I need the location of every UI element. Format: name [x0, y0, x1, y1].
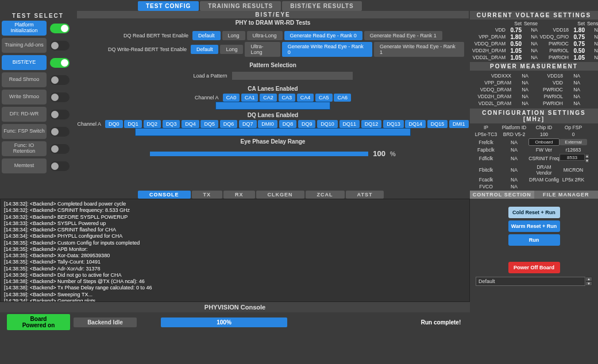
dq-lane-DQ3[interactable]: DQ3 — [163, 120, 180, 128]
volt-sense: NA — [585, 27, 598, 33]
dq-lane-DQ15[interactable]: DQ15 — [427, 120, 448, 128]
external-btn[interactable]: External — [560, 139, 587, 145]
csrinit-down[interactable]: ▼ — [585, 158, 589, 163]
dq-lane-DQ4[interactable]: DQ4 — [182, 120, 199, 128]
dq-lane-DQ6[interactable]: DQ6 — [220, 120, 238, 128]
test-2-toggle[interactable] — [50, 58, 70, 68]
ca-lane-CA3[interactable]: CA3 — [279, 94, 296, 102]
console-log[interactable]: [14:38:32]: <Backend> Completed board po… — [0, 199, 470, 302]
console-title: PHYVISION Console — [0, 302, 470, 312]
dq-lane-DQ13[interactable]: DQ13 — [383, 120, 404, 128]
dq-lane-DQ9[interactable]: DQ9 — [298, 120, 316, 128]
onboard-btn[interactable]: Onboard — [528, 138, 560, 146]
console-tab-ATST[interactable]: ATST — [346, 191, 384, 199]
bert-read-long[interactable]: Long — [222, 31, 245, 40]
test-1-toggle[interactable] — [50, 41, 70, 51]
pattern-selection-header: Pattern Selection — [77, 61, 469, 69]
ca-lane-CA5[interactable]: CA5 — [315, 94, 333, 102]
eye-phase-slider[interactable] — [150, 152, 368, 156]
test-0-toggle[interactable] — [50, 24, 70, 33]
volt-sense: NA — [522, 41, 538, 47]
ca-lane-CA4[interactable]: CA4 — [297, 94, 314, 102]
default-up[interactable]: ▲ — [585, 277, 592, 281]
ca-lane-bar[interactable] — [215, 102, 330, 110]
test-2[interactable]: BIST/EYE — [2, 55, 47, 70]
bert-write-default[interactable]: Default — [191, 45, 219, 54]
cfg-fapbclk: Fapbclk — [472, 147, 500, 153]
test-3-toggle[interactable] — [50, 75, 70, 85]
power-off-btn[interactable]: Power Off Board — [508, 262, 560, 273]
dq-lane-DMI1[interactable]: DMI1 — [449, 120, 469, 128]
console-tab-CLKGEN[interactable]: CLKGEN — [256, 191, 304, 199]
file-manager-tab[interactable]: FILE MANAGER — [534, 191, 599, 199]
test-6[interactable]: Func: FSP Switch — [2, 124, 47, 139]
test-6-toggle[interactable] — [50, 127, 70, 137]
console-tab-ZCAL[interactable]: ZCAL — [306, 191, 345, 199]
dq-lane-DMI0[interactable]: DMI0 — [258, 120, 277, 128]
gen-read-eye-rank1[interactable]: Generate Read Eye - Rank 1 — [364, 31, 442, 40]
ca-lane-CA6[interactable]: CA6 — [334, 94, 351, 102]
ca-lane-CA1[interactable]: CA1 — [241, 94, 259, 102]
tab-test-config[interactable]: TEST CONFIG — [138, 1, 199, 11]
test-4-toggle[interactable] — [50, 92, 70, 102]
test-7-toggle[interactable] — [50, 144, 70, 154]
pwr-val: NA — [563, 73, 580, 79]
dq-lane-DQ8[interactable]: DQ8 — [279, 120, 297, 128]
default-select[interactable]: Default — [476, 277, 585, 286]
status-powered: Board Powered on — [7, 314, 70, 330]
console-tab-CONSOLE[interactable]: CONSOLE — [138, 191, 191, 199]
console-line: [14:38:36]: <Backend> Did not go to acti… — [4, 272, 466, 278]
console-tab-RX[interactable]: RX — [223, 191, 255, 199]
test-5[interactable]: DFI: RD-WR — [2, 107, 47, 122]
dq-lane-DQ1[interactable]: DQ1 — [124, 120, 142, 128]
dq-lane-DQ2[interactable]: DQ2 — [144, 120, 161, 128]
test-4[interactable]: Write Shmoo — [2, 90, 47, 104]
volt-lbl: VDDQ_DRAM — [472, 41, 506, 47]
bert-read-ultra[interactable]: Ultra-Long — [247, 31, 283, 40]
console-tab-TX[interactable]: TX — [192, 191, 223, 199]
bert-write-ultra[interactable]: Ultra-Long — [245, 42, 280, 57]
ca-lane-CA2[interactable]: CA2 — [260, 94, 277, 102]
load-pattern-input[interactable] — [232, 72, 353, 80]
dq-lane-DQ12[interactable]: DQ12 — [361, 120, 382, 128]
test-0[interactable]: Platform Initialization — [2, 21, 47, 36]
volt-set: 0.75 — [569, 41, 585, 47]
volt-lbl: VPP_DRAM — [472, 34, 506, 40]
dq-lane-DQ0[interactable]: DQ0 — [105, 120, 123, 128]
cold-reset-btn[interactable]: Cold Reset + Run — [508, 207, 560, 218]
gen-write-eye-rank0[interactable]: Generate Write Read Eye - Rank 0 — [282, 42, 372, 57]
dq-lane-DQ14[interactable]: DQ14 — [405, 120, 426, 128]
test-7[interactable]: Func: IO Retention — [2, 141, 47, 156]
csrinit-input[interactable] — [560, 154, 585, 161]
dq-lane-bar[interactable] — [135, 128, 411, 136]
dq-lane-DQ7[interactable]: DQ7 — [239, 120, 257, 128]
test-1[interactable]: Training Add-ons — [2, 38, 47, 53]
bert-read-default[interactable]: Default — [192, 31, 221, 40]
gen-write-eye-rank1[interactable]: Generate Write Read Eye - Rank 1 — [374, 42, 464, 57]
test-5-toggle[interactable] — [50, 110, 70, 119]
pwr-val: NA — [511, 80, 528, 86]
dq-lane-DQ5[interactable]: DQ5 — [200, 120, 218, 128]
cfg-vendor: DRAM Vendor — [528, 164, 560, 176]
pwr-val: NA — [563, 94, 580, 99]
dq-lane-DQ10[interactable]: DQ10 — [317, 120, 338, 128]
pwr-val: NA — [563, 80, 580, 86]
dq-lane-DQ11[interactable]: DQ11 — [339, 120, 360, 128]
control-section-tab[interactable]: CONTROL SECTION — [470, 191, 534, 199]
pwr-lbl: VDD2H_DRAM — [477, 94, 511, 99]
bert-write-label: DQ Write-Read BERT Test Enable — [82, 47, 189, 52]
default-down[interactable]: ▼ — [585, 281, 592, 286]
test-8[interactable]: Memtest — [2, 158, 47, 173]
run-btn[interactable]: Run — [508, 234, 560, 246]
test-select-header: TEST SELECT — [2, 13, 74, 19]
warm-reset-btn[interactable]: Warm Reset + Run — [508, 220, 560, 232]
csrinit-up[interactable]: ▲ — [585, 154, 589, 158]
tab-bist-eye-results[interactable]: BIST/EYE RESULTS — [282, 1, 361, 11]
ca-lane-CA0[interactable]: CA0 — [223, 94, 240, 102]
gen-read-eye-rank0[interactable]: Generate Read Eye - Rank 0 — [284, 31, 362, 40]
cfg-fcaclk: Fcaclk — [472, 177, 500, 183]
bert-write-long[interactable]: Long — [220, 45, 243, 54]
tab-training-results[interactable]: TRAINING RESULTS — [200, 1, 281, 11]
test-8-toggle[interactable] — [50, 161, 70, 171]
test-3[interactable]: Read Shmoo — [2, 72, 47, 87]
